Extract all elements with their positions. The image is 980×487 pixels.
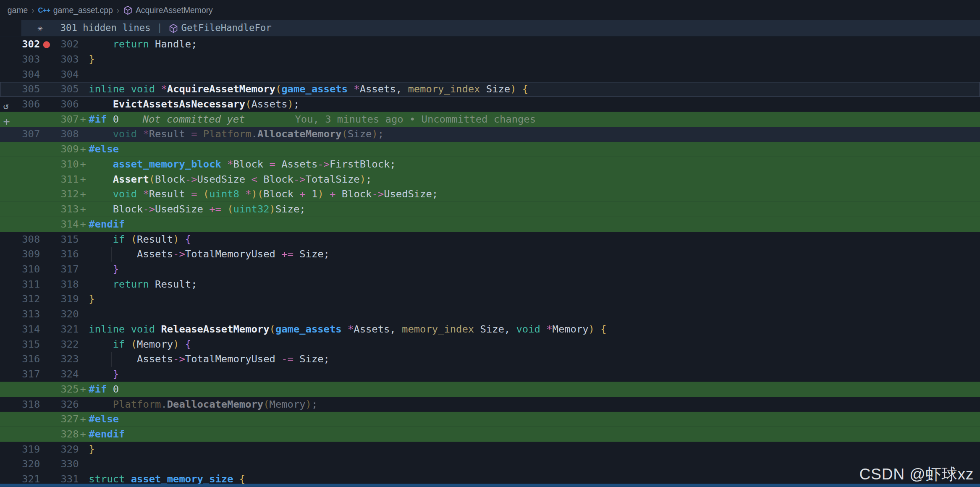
diff-added-marker: + — [79, 382, 89, 397]
code-line[interactable]: 309 316 Assets->TotalMemoryUsed += Size; — [0, 247, 980, 262]
new-line-number: 308 — [52, 127, 79, 142]
add-change-icon[interactable]: + — [3, 116, 10, 126]
code-line[interactable]: 325 + #if 0 — [0, 382, 980, 397]
code-text: } — [89, 442, 94, 457]
breadcrumb: game › C++ game_asset.cpp › AcquireAsset… — [0, 0, 980, 20]
code-text: } — [89, 262, 119, 277]
code-line[interactable]: 311 + Assert(Block->UsedSize < Block->To… — [0, 172, 980, 187]
code-line[interactable]: 305 305 inline void *AcquireAssetMemory(… — [0, 82, 980, 97]
code-line[interactable]: 310 317 } — [0, 262, 980, 277]
old-line-number: 303 — [0, 52, 40, 67]
code-text: #else — [89, 142, 119, 157]
diff-added-marker: + — [79, 142, 89, 157]
code-line[interactable]: 327 + #else — [0, 412, 980, 427]
code-text: Assert(Block->UsedSize < Block->TotalSiz… — [89, 172, 372, 187]
code-line[interactable]: 304 304 — [0, 67, 980, 82]
new-line-number: 313 — [52, 202, 79, 217]
old-line-number: 317 — [0, 367, 40, 382]
cpp-file-icon: C++ — [38, 6, 50, 14]
code-line[interactable]: 312 319 } — [0, 292, 980, 307]
new-line-number: 302 — [52, 37, 79, 52]
diff-added-marker: + — [79, 187, 89, 202]
code-line[interactable]: 310 + asset_memory_block *Block = Assets… — [0, 157, 980, 172]
code-line[interactable]: 318 326 Platform.DeallocateMemory(Memory… — [0, 397, 980, 412]
new-line-number: 329 — [52, 442, 79, 457]
old-line-number: 307 — [0, 127, 40, 142]
breadcrumb-file[interactable]: game_asset.cpp — [53, 5, 113, 15]
code-line[interactable]: 317 324 } — [0, 367, 980, 382]
code-line[interactable]: 314 321 inline void ReleaseAssetMemory(g… — [0, 322, 980, 337]
old-line-number: 313 — [0, 307, 40, 322]
diff-added-marker: + — [79, 172, 89, 187]
code-text: #if 0Not committed yetYou, 3 minutes ago… — [89, 112, 536, 127]
code-line[interactable]: 306 306 EvictAssetsAsNecessary(Assets); — [0, 97, 980, 112]
code-line[interactable]: 320 330 — [0, 457, 980, 472]
new-line-number: 318 — [52, 277, 79, 292]
code-line[interactable]: 319 329 } — [0, 442, 980, 457]
git-blame-info: You, 3 minutes ago • Uncommitted changes — [295, 113, 536, 125]
old-line-number: 310 — [0, 262, 40, 277]
diff-added-marker: + — [79, 427, 89, 442]
revert-change-icon[interactable]: ↺ — [3, 102, 8, 111]
code-line[interactable]: 313 320 — [0, 307, 980, 322]
breakpoint-dot[interactable] — [40, 41, 52, 47]
code-rows: 302 302 return Handle; 303 303 } 304 304… — [0, 37, 980, 487]
code-text: if (Memory) { — [89, 337, 191, 352]
status-strip — [0, 484, 980, 487]
code-line[interactable]: 313 + Block->UsedSize += (uint32)Size; — [0, 202, 980, 217]
new-line-number: 309 — [52, 142, 79, 157]
old-line-number: 308 — [0, 232, 40, 247]
old-line-number: 315 — [0, 337, 40, 352]
new-line-number: 323 — [52, 352, 79, 367]
new-line-number: 311 — [52, 172, 79, 187]
symbol-cube-icon — [169, 24, 178, 33]
code-line[interactable]: 307 + #if 0Not committed yetYou, 3 minut… — [0, 112, 980, 127]
old-line-number: 318 — [0, 397, 40, 412]
code-text: void *Result = Platform.AllocateMemory(S… — [89, 127, 384, 142]
code-text: Assets->TotalMemoryUsed -= Size; — [89, 352, 330, 367]
new-line-number: 324 — [52, 367, 79, 382]
code-line[interactable]: 303 303 } — [0, 52, 980, 67]
code-line[interactable]: 312 + void *Result = (uint8 *)(Block + 1… — [0, 187, 980, 202]
code-line[interactable]: 302 302 return Handle; — [0, 37, 980, 52]
diff-added-marker: + — [79, 412, 89, 427]
hidden-lines-bar[interactable]: ✳ 301 hidden lines | GetFileHandleFor — [0, 20, 980, 37]
code-text: Block->UsedSize += (uint32)Size; — [89, 202, 305, 217]
code-line[interactable]: 307 308 void *Result = Platform.Allocate… — [0, 127, 980, 142]
code-line[interactable]: 328 + #endif — [0, 427, 980, 442]
new-line-number: 305 — [52, 82, 79, 97]
new-line-number: 312 — [52, 187, 79, 202]
code-text: } — [89, 367, 119, 382]
chevron-right-icon: › — [31, 5, 34, 15]
diff-added-marker: + — [79, 202, 89, 217]
breadcrumb-folder[interactable]: game — [8, 5, 28, 15]
new-line-number: 306 — [52, 97, 79, 112]
chevron-right-icon: › — [117, 5, 119, 15]
hidden-lines-label[interactable]: 301 hidden lines — [60, 23, 151, 34]
code-line[interactable]: 315 322 if (Memory) { — [0, 337, 980, 352]
breadcrumb-symbol[interactable]: AcquireAssetMemory — [136, 5, 213, 15]
code-text: Assets->TotalMemoryUsed += Size; — [89, 247, 330, 262]
symbol-cube-icon — [123, 5, 132, 15]
code-text: } — [89, 292, 94, 307]
old-line-number: 311 — [0, 277, 40, 292]
code-line[interactable]: 316 323 Assets->TotalMemoryUsed -= Size; — [0, 352, 980, 367]
new-line-number: 320 — [52, 307, 79, 322]
new-line-number: 315 — [52, 232, 79, 247]
code-line[interactable]: 308 315 if (Result) { — [0, 232, 980, 247]
code-line[interactable]: 311 318 return Result; — [0, 277, 980, 292]
hidden-symbol-label[interactable]: GetFileHandleFor — [181, 23, 272, 34]
code-text: #endif — [89, 427, 125, 442]
old-line-number: 320 — [0, 457, 40, 472]
code-line[interactable]: 309 + #else — [0, 142, 980, 157]
new-line-number: 326 — [52, 397, 79, 412]
new-line-number: 307 — [52, 112, 79, 127]
old-line-number: 316 — [0, 352, 40, 367]
code-line[interactable]: 314 + #endif — [0, 217, 980, 232]
old-line-number: 302 — [0, 37, 40, 52]
old-line-number: 312 — [0, 292, 40, 307]
new-line-number: 327 — [52, 412, 79, 427]
code-text: void *Result = (uint8 *)(Block + 1) + Bl… — [89, 187, 438, 202]
code-text: return Result; — [89, 277, 197, 292]
new-line-number: 321 — [52, 322, 79, 337]
